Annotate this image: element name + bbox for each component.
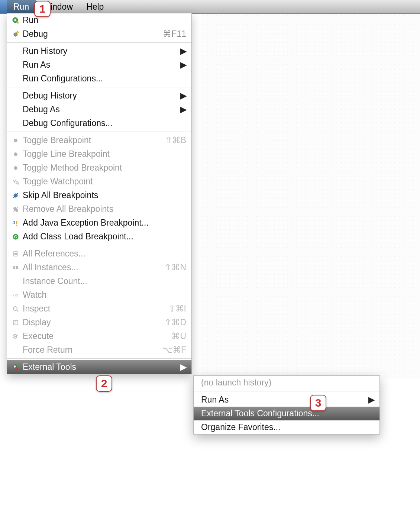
menu-item: All Instances...⇧⌘N bbox=[7, 261, 191, 274]
menu-separator bbox=[7, 358, 191, 359]
menu-item: JDisplay⇧⌘D bbox=[7, 316, 191, 329]
run-icon bbox=[12, 16, 20, 25]
menu-item-shortcut: ⇧⌘I bbox=[168, 304, 186, 314]
remove-bp-icon bbox=[12, 205, 20, 213]
menu-item: Remove All Breakpoints bbox=[7, 202, 191, 216]
submenu-arrow-icon: ▶ bbox=[180, 362, 186, 372]
svg-text:x+y: x+y bbox=[13, 293, 18, 297]
breakpoint-icon bbox=[12, 150, 20, 158]
svg-point-9 bbox=[17, 31, 19, 33]
class-load-icon: C bbox=[12, 233, 20, 241]
menu-item-label: All References... bbox=[23, 249, 186, 259]
menu-item-label: Inspect bbox=[23, 304, 165, 314]
badge-text: 2 bbox=[101, 377, 107, 390]
run-menu: RunDebug⌘F11Run History▶Run As▶Run Confi… bbox=[7, 13, 192, 374]
submenu-item[interactable]: Organize Favorites... bbox=[194, 420, 379, 434]
menu-item[interactable]: Skip All Breakpoints bbox=[7, 188, 191, 202]
menu-item[interactable]: JAdd Java Exception Breakpoint... bbox=[7, 216, 191, 230]
menu-item: Toggle Line Breakpoint bbox=[7, 147, 191, 161]
menu-item-label: Toggle Watchpoint bbox=[23, 177, 186, 187]
submenu-arrow-icon: ▶ bbox=[180, 60, 186, 70]
submenu-item: (no launch history) bbox=[194, 376, 379, 390]
submenu-arrow-icon: ▶ bbox=[180, 91, 186, 101]
display-icon: J bbox=[12, 319, 20, 327]
menu-item-label: Toggle Line Breakpoint bbox=[23, 149, 186, 159]
debug-icon bbox=[12, 30, 20, 38]
submenu-arrow-icon: ▶ bbox=[180, 46, 186, 56]
menu-item-label: Add Java Exception Breakpoint... bbox=[23, 218, 186, 228]
menu-item-label: Toggle Method Breakpoint bbox=[23, 163, 186, 173]
menubar-item-label: Run bbox=[13, 2, 29, 12]
menu-item-label: Add Class Load Breakpoint... bbox=[23, 232, 186, 242]
menu-item: JExecute⌘U bbox=[7, 329, 191, 343]
svg-point-10 bbox=[14, 139, 17, 142]
menu-item[interactable]: Run As▶ bbox=[7, 58, 191, 72]
submenu-item[interactable]: External Tools Configurations... bbox=[194, 407, 379, 420]
menu-item-label: Run As bbox=[23, 60, 180, 70]
menu-separator bbox=[7, 42, 191, 43]
step-badge-3: 3 bbox=[310, 395, 326, 411]
menu-item[interactable]: Debug As▶ bbox=[7, 103, 191, 116]
menu-item[interactable]: External Tools▶ bbox=[7, 360, 191, 374]
svg-point-2 bbox=[14, 33, 17, 36]
svg-text:C: C bbox=[14, 235, 17, 239]
menu-item-label: Watch bbox=[23, 290, 186, 300]
submenu-item-label: (no launch history) bbox=[201, 378, 374, 388]
svg-rect-37 bbox=[16, 368, 18, 369]
svg-line-31 bbox=[17, 310, 18, 311]
menu-item: Toggle Breakpoint⇧⌘B bbox=[7, 133, 191, 147]
menu-item[interactable]: Debug Configurations... bbox=[7, 116, 191, 130]
instances-icon bbox=[12, 264, 20, 272]
watchpoint-icon bbox=[12, 178, 20, 186]
menu-item-shortcut: ⌥⌘F bbox=[162, 345, 186, 355]
external-tools-submenu: (no launch history)Run As▶External Tools… bbox=[193, 375, 380, 435]
submenu-item[interactable]: Run As▶ bbox=[194, 393, 379, 407]
menu-item: Instance Count... bbox=[7, 274, 191, 288]
menu-item-label: Display bbox=[23, 317, 161, 327]
menu-item: Toggle Watchpoint bbox=[7, 175, 191, 188]
breakpoint-icon bbox=[12, 164, 20, 172]
menu-item-label: Debug bbox=[23, 29, 159, 39]
breakpoint-icon bbox=[12, 136, 20, 145]
menu-item-shortcut: ⇧⌘N bbox=[164, 262, 186, 272]
menubar-item-run[interactable]: Run bbox=[7, 0, 36, 13]
menu-item: x+yWatch bbox=[7, 288, 191, 302]
menubar-item-label: Help bbox=[86, 2, 104, 12]
menu-item-label: Debug History bbox=[23, 91, 180, 101]
menu-item: All References... bbox=[7, 247, 191, 261]
step-badge-2: 2 bbox=[96, 375, 112, 392]
svg-point-12 bbox=[14, 166, 17, 169]
svg-rect-27 bbox=[16, 266, 18, 269]
menu-item-shortcut: ⇧⌘D bbox=[164, 317, 186, 327]
svg-text:J: J bbox=[16, 333, 18, 337]
menu-item-label: Debug Configurations... bbox=[23, 118, 186, 128]
menu-item: Force Return⌥⌘F bbox=[7, 343, 191, 357]
menu-separator bbox=[7, 132, 191, 132]
menu-item[interactable]: Debug⌘F11 bbox=[7, 27, 191, 41]
menu-item[interactable]: CAdd Class Load Breakpoint... bbox=[7, 230, 191, 243]
menu-item-label: Instance Count... bbox=[23, 276, 186, 286]
menu-item-shortcut: ⇧⌘B bbox=[165, 135, 186, 145]
svg-point-11 bbox=[14, 152, 17, 156]
svg-line-14 bbox=[18, 184, 19, 184]
inspect-icon bbox=[12, 305, 20, 313]
svg-line-5 bbox=[13, 33, 14, 33]
menu-separator bbox=[194, 391, 379, 391]
menubar-item-help[interactable]: Help bbox=[80, 0, 110, 13]
menu-separator bbox=[7, 245, 191, 245]
svg-point-30 bbox=[13, 307, 17, 310]
menu-item[interactable]: Debug History▶ bbox=[7, 89, 191, 103]
submenu-item-label: External Tools Configurations... bbox=[201, 408, 374, 419]
menu-item: Toggle Method Breakpoint bbox=[7, 161, 191, 175]
step-badge-1: 1 bbox=[34, 1, 51, 17]
menu-item[interactable]: Run History▶ bbox=[7, 44, 191, 58]
menu-item-label: Remove All Breakpoints bbox=[23, 204, 186, 214]
refs-icon bbox=[12, 250, 20, 258]
ext-tools-icon bbox=[12, 363, 20, 371]
window-chrome-left bbox=[0, 0, 7, 13]
skip-bp-icon bbox=[12, 191, 20, 200]
submenu-arrow-icon: ▶ bbox=[368, 395, 374, 405]
menu-item-label: Run Configurations... bbox=[23, 74, 186, 84]
menu-item[interactable]: Run Configurations... bbox=[7, 72, 191, 85]
menu-item-label: Toggle Breakpoint bbox=[23, 135, 161, 145]
